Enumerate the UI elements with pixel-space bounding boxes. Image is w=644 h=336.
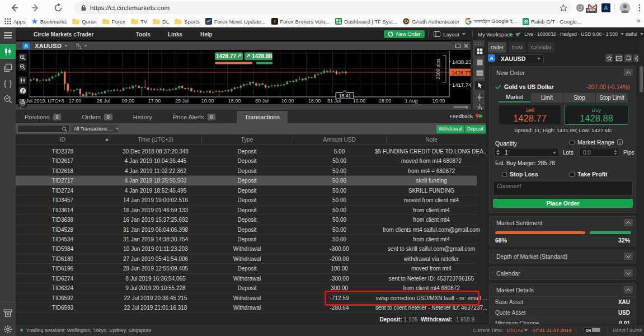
column-header-note[interactable]: Note (386, 134, 477, 144)
sidebar-item-funds[interactable] (3, 308, 13, 318)
table-row-TID6274[interactable]: TID62748 Jul 2019 16:36:54.065Withdrawal… (16, 274, 477, 283)
section-grip[interactable] (491, 270, 493, 277)
profile-avatar[interactable] (619, 2, 631, 13)
deposit-button[interactable]: Deposit (465, 125, 486, 133)
collapse-button[interactable] (624, 69, 633, 76)
symbol-select[interactable]: XAUUSD (497, 54, 544, 63)
table-row-TID6196[interactable]: TID619628 Jun 2019 12:55:09.405Deposit10… (16, 264, 477, 273)
market-range-checkbox[interactable] (570, 140, 575, 145)
layout-menu[interactable]: Layout (424, 28, 466, 40)
table-row-TID2618[interactable]: TID26184 Jan 2019 11:02:22.362Deposit50.… (16, 166, 477, 176)
scroll-right-icon[interactable] (466, 105, 469, 109)
table-row-TID2617[interactable]: TID26174 Jan 2019 10:04:36.445Deposit50.… (16, 156, 477, 166)
toolbar-grip[interactable] (474, 42, 483, 45)
table-row-TID3614[interactable]: TID361416 Jan 2019 01:46:59.133Deposit50… (16, 206, 477, 215)
stop-loss-checkbox[interactable] (502, 172, 507, 177)
quantity-stepper[interactable]: 1 (494, 148, 559, 157)
calendar-header[interactable]: Calendar (490, 267, 636, 279)
chrome-menu-icon[interactable] (636, 3, 643, 12)
menu-links[interactable]: Links (168, 31, 182, 38)
bookmark-item[interactable]: DL (153, 18, 169, 25)
right-panel-scrollbar[interactable] (638, 40, 644, 324)
column-header-time-utc-3-[interactable]: Time (UTC+3) (110, 134, 201, 144)
stepper-arrows[interactable] (496, 150, 500, 155)
table-row-TID2724[interactable]: TID27244 Jan 2019 18:52:46.495Deposit50.… (16, 186, 477, 195)
dom-header[interactable]: Depth of Market (Standard) (490, 250, 636, 263)
bookmark-item[interactable]: GAuth Authenticator (403, 18, 459, 25)
chart-drag-grip[interactable] (17, 43, 20, 49)
favorite-star-icon[interactable] (605, 54, 613, 62)
menu-help[interactable]: Help (200, 31, 213, 38)
expand-button[interactable] (624, 269, 633, 277)
bookmark-item[interactable]: Sports (175, 18, 199, 25)
order-type-limit[interactable]: Limit (531, 93, 563, 102)
table-row-TID2717[interactable]: TID27174 Jan 2019 18:35:50.503Deposit50.… (16, 176, 477, 185)
bookmark-item[interactable]: Forex (102, 18, 125, 25)
rp-scroll-thumb[interactable] (640, 66, 643, 92)
feedback-button[interactable]: Feedback (449, 113, 483, 119)
market-details-header[interactable]: Market Details (490, 284, 636, 296)
sidebar-item-automate[interactable] (3, 79, 13, 89)
sidebar-item-trade[interactable] (0, 44, 16, 59)
table-row-TID3638[interactable]: TID363816 Jan 2019 15:37:25.692Deposit50… (16, 215, 477, 225)
table-row-TID5984[interactable]: TID598410 Jun 2019 01:11:23.203Withdrawa… (16, 244, 477, 254)
search-input[interactable] (17, 125, 69, 133)
stepper-arrows[interactable] (614, 150, 617, 155)
extension-profile-icon[interactable] (576, 3, 585, 12)
transactions-filter-dropdown[interactable]: All Transactions ... (71, 125, 118, 133)
tab-order[interactable]: Order (488, 42, 506, 53)
sidebar-item-analyze[interactable] (3, 94, 13, 104)
back-icon[interactable] (10, 3, 20, 13)
tab-calendar[interactable]: Calendar (528, 42, 554, 53)
expand-button[interactable] (624, 253, 633, 260)
sell-button[interactable]: Sell 1428.77 (499, 105, 561, 125)
bookmark-item[interactable]: fForex Brokers Volu... (271, 18, 330, 25)
table-row-TID4534[interactable]: TID453431 Jan 2019 14:38:30.754Deposit50… (16, 235, 477, 244)
new-order-header[interactable]: New Order (490, 67, 636, 79)
chart-close-icon[interactable] (464, 44, 468, 48)
alerts-bell-icon[interactable] (624, 54, 632, 62)
crosshair-tool-icon[interactable] (475, 93, 485, 101)
bookmark-star-icon[interactable] (560, 4, 567, 12)
app-brand[interactable]: Circle Markets cTrader (34, 31, 93, 38)
buy-button[interactable]: Buy 1428.88 (565, 105, 628, 125)
bookmark-item[interactable]: Rakib G/T - Google... (523, 18, 581, 25)
forward-icon[interactable] (30, 3, 40, 13)
chart-symbol-label[interactable]: XAUUSD (35, 43, 62, 49)
sidebar-menu-icon[interactable] (3, 30, 13, 40)
chart-hscrollbar[interactable] (16, 104, 471, 110)
bookmark-item[interactable]: Forex News Update... (205, 18, 266, 25)
tab-orders[interactable]: Orders0 (76, 111, 118, 123)
sidebar-item-copy[interactable] (3, 63, 13, 73)
tab-price-alerts[interactable]: Price Alerts0 (167, 111, 222, 123)
table-row-TID2378[interactable]: TID237830 Dec 2018 08:37:20.348Deposit5.… (16, 147, 477, 156)
bookmark-item[interactable]: Bookmarks (31, 18, 67, 25)
settings-gear-icon[interactable] (633, 54, 638, 62)
address-bar[interactable]: https://ct.circlemarkets.com (74, 2, 572, 14)
column-header-id[interactable]: ID (16, 134, 110, 144)
column-header-amount-usd[interactable]: Amount USD (293, 134, 386, 144)
open-chart-icon[interactable] (615, 54, 623, 62)
bookmarks-overflow-chevron[interactable]: » (637, 17, 641, 25)
user-menu[interactable]: saiful (626, 28, 643, 40)
order-type-stop-limit[interactable]: Stop Limit (596, 93, 628, 102)
bookmark-item[interactable]: Quran (72, 18, 96, 25)
order-type-market[interactable]: Market (499, 93, 530, 102)
withdrawal-button[interactable]: Withdrawal (436, 125, 464, 133)
table-row-TID6180[interactable]: TID618027 Jun 2019 05:41:54.006Withdrawa… (16, 254, 477, 264)
section-grip[interactable] (491, 220, 493, 226)
column-header-type[interactable]: Type (201, 134, 293, 144)
multi-chart-mode-icon[interactable] (475, 47, 485, 55)
timezone-selector[interactable]: UTC+3 (507, 328, 523, 333)
chart-maximize-icon[interactable] (455, 44, 460, 48)
cursor-tool-icon[interactable] (475, 81, 485, 90)
take-profit-checkbox[interactable] (570, 172, 575, 177)
section-grip[interactable] (491, 253, 493, 260)
tab-positions[interactable]: Positions0 (18, 111, 67, 123)
table-row-TID3457[interactable]: TID345714 Jan 2019 19:00:02.516Deposit50… (16, 195, 477, 205)
bookmark-item[interactable]: Apps (4, 18, 26, 25)
take-profit-option[interactable]: Take Profit (570, 171, 607, 178)
tab-dom[interactable]: DoM (509, 42, 525, 53)
single-chart-mode-icon[interactable] (475, 58, 485, 67)
sidebar-settings-icon[interactable] (3, 324, 13, 334)
